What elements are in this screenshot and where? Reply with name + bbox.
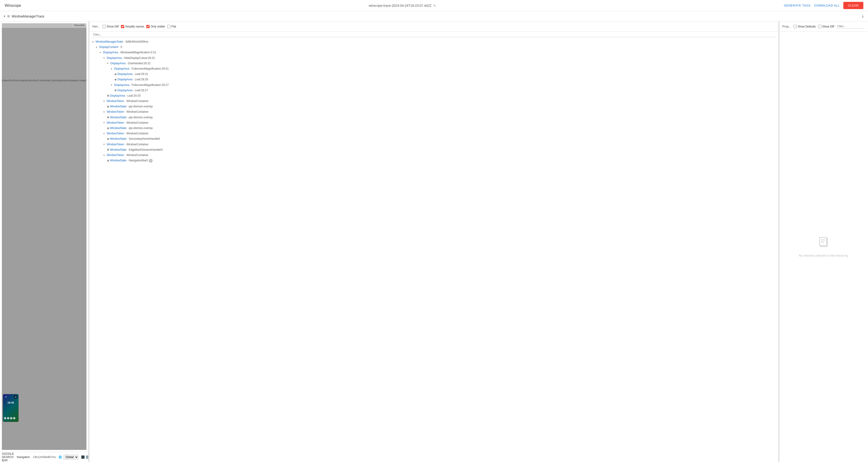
empty-state-text: No element selected in the hierarchy. <box>799 254 849 257</box>
tree-expand-icon[interactable]: ▾ <box>96 45 99 49</box>
tree-node-name: DisplayContent <box>99 45 118 50</box>
generate-tags-button[interactable]: GENERATE TAGS <box>784 4 811 7</box>
flat-input[interactable] <box>167 25 170 28</box>
tree-node-value: SecondaryHomeHandle0 <box>129 137 160 141</box>
clear-button[interactable]: CLEAR <box>843 2 863 9</box>
simplify-names-checkbox[interactable]: Simplify names <box>121 25 144 28</box>
tree-row[interactable]: WindowState - pip-dismiss-overlay <box>89 104 778 109</box>
bottom-bar-colors <box>81 456 89 459</box>
tree-expand-icon[interactable]: ▾ <box>92 40 95 44</box>
svg-rect-1 <box>819 237 827 246</box>
tree-row[interactable]: ▾DisplayArea - HideDisplayCutout:26:31 <box>89 56 778 61</box>
show-defaults-checkbox[interactable]: Show Defaults <box>794 25 815 28</box>
flat-checkbox[interactable]: Flat <box>167 25 176 28</box>
hierarchy-label: Hier... <box>92 25 100 28</box>
tree-node-name: WindowState <box>110 115 126 120</box>
tree-expand-icon[interactable]: ▾ <box>107 62 111 65</box>
section-collapse-icon[interactable]: ▾ <box>4 14 5 18</box>
statusbar-label: StatusBar <box>72 23 86 27</box>
tree-row[interactable]: ▾WindowToken - WindowContainer <box>89 131 778 136</box>
tree-expand-icon[interactable]: ▾ <box>103 154 107 157</box>
show-diff-checkbox-hier[interactable]: Show Diff <box>102 25 119 28</box>
properties-filter-input[interactable] <box>837 24 865 29</box>
element-label: GOOGLE SEARCH BAR <box>2 452 14 462</box>
tree-node-name: WindowToken <box>107 121 124 125</box>
time-value: 13h12m58s867ms <box>33 456 56 459</box>
tree-expand-icon[interactable]: ▾ <box>103 132 107 135</box>
tree-node-name: DisplayArea <box>107 56 122 60</box>
mini-icon-4 <box>13 417 16 419</box>
simplify-names-input[interactable] <box>121 25 124 28</box>
tree-row[interactable]: ▾WindowToken - WindowContainer <box>89 99 778 104</box>
bottom-bar: GOOGLE SEARCH BAR Navigation 13h12m58s86… <box>0 452 88 462</box>
section-download-icon[interactable]: ⤓ <box>861 14 864 19</box>
flat-label: Flat <box>172 25 176 28</box>
nav-label: Navigation <box>17 456 30 459</box>
tree-expand-icon[interactable]: ▾ <box>103 121 107 125</box>
tree-row[interactable]: ▾WindowToken - WindowContainer <box>89 120 778 126</box>
tree-row[interactable]: ▾WindowToken - WindowContainer <box>89 109 778 114</box>
tree-separator: - <box>130 67 131 71</box>
tree-row[interactable]: WindowState - EdgeBackGestureHandler0 <box>89 147 778 153</box>
tree-node-value: Leaf:28:28 <box>135 77 148 82</box>
mini-close-icon[interactable]: ✕ <box>14 395 18 399</box>
tree-separator: - <box>123 56 123 60</box>
tree-node-name: WindowState <box>110 126 126 130</box>
tree-expand-icon[interactable]: ▾ <box>103 110 107 114</box>
tree-row[interactable]: WindowState - pip-dismiss-overlay <box>89 115 778 120</box>
tree-row[interactable]: DisplayArea - Leaf:28:28 <box>89 77 778 82</box>
global-select[interactable]: Global Local <box>63 455 79 460</box>
tree-node-value: WindowContainer <box>126 121 149 125</box>
tree-expand-icon[interactable]: ▾ <box>111 83 114 87</box>
tree-node-name: DisplayArea <box>110 94 125 98</box>
tree-row[interactable]: WindowState - pip-dismiss-overlay <box>89 126 778 131</box>
tree-row[interactable]: ▾DisplayArea - FullscreenMagnification:2… <box>89 66 778 71</box>
tree-node-name: DisplayArea <box>114 83 129 87</box>
tree-row[interactable]: ▾WindowToken - WindowContainer <box>89 153 778 158</box>
tree-row[interactable]: ▾DisplayArea - OneHanded:26:31 <box>89 61 778 66</box>
show-diff-checkbox-prop[interactable]: Show Diff <box>818 25 834 28</box>
tree-row[interactable]: WindowState - SecondaryHomeHandle0 <box>89 136 778 141</box>
only-visible-checkbox[interactable]: Only visible <box>146 25 165 28</box>
tree-separator: - <box>125 99 126 103</box>
tree-row[interactable]: ▾WindowManagerState - 3d9h40m0s659ms <box>89 39 778 44</box>
topbar-left: Winscope <box>5 3 21 8</box>
edit-filename-icon[interactable]: ✎ <box>433 4 436 7</box>
tree-leaf-dot <box>107 149 109 151</box>
tree-expand-icon[interactable]: ▾ <box>100 51 103 55</box>
mini-screen: ⠿ ✕ 18:45 <box>3 394 19 422</box>
color-swatch-dark <box>81 456 85 459</box>
tree-node-value: Leaf:29:31 <box>135 72 148 76</box>
tree-row[interactable]: DisplayArea - Leaf:29:31 <box>89 71 778 77</box>
download-all-button[interactable]: DOWNLOAD ALL <box>814 4 840 7</box>
tree-row[interactable]: ▾WindowToken - WindowContainer <box>89 142 778 147</box>
tree-row[interactable]: ▾DisplayContent - 0 <box>89 44 778 50</box>
main-container: ▾ ⊞ WindowManagerTrace ⤓ StatusBar roid.… <box>0 11 868 462</box>
tree-separator: - <box>127 147 128 152</box>
tree-row[interactable]: DisplayArea - Leaf:26:27 <box>89 88 778 93</box>
tree-node-value: NavigationBar0 <box>129 158 148 163</box>
show-diff-input-prop[interactable] <box>818 25 822 28</box>
only-visible-input[interactable] <box>146 25 150 28</box>
section-header: ▾ ⊞ WindowManagerTrace ⤓ <box>0 11 868 22</box>
show-diff-input-hier[interactable] <box>102 25 106 28</box>
tree-row[interactable]: ▾DisplayArea - FullscreenMagnification:2… <box>89 82 778 88</box>
tree-expand-icon[interactable]: ▾ <box>111 67 114 71</box>
tree-row[interactable]: ▾DisplayArea - WindowedMagnification:0:3… <box>89 50 778 55</box>
tree-expand-icon[interactable]: ▾ <box>103 99 107 103</box>
mini-icon-1 <box>4 417 6 419</box>
bottom-bar-element: GOOGLE SEARCH BAR <box>2 452 14 462</box>
hierarchy-filter-input[interactable] <box>92 33 776 37</box>
tree-expand-icon[interactable]: ▾ <box>103 56 107 60</box>
hierarchy-tree: ▾WindowManagerState - 3d9h40m0s659ms▾Dis… <box>89 38 778 462</box>
empty-state-icon <box>818 236 830 251</box>
tree-row[interactable]: DisplayArea - Leaf:24:25 <box>89 93 778 99</box>
bottom-bar-global: 🌐 Global Local <box>59 455 79 460</box>
tree-row[interactable]: WindowState - NavigationBar0V <box>89 158 778 163</box>
tree-expand-icon[interactable]: ▾ <box>103 142 107 146</box>
show-defaults-input[interactable] <box>794 25 797 28</box>
preview-panel: StatusBar roid.launcher3/com.android.lau… <box>0 22 89 462</box>
mini-icon-2 <box>7 417 9 419</box>
tree-node-value: WindowedMagnification:0:31 <box>120 50 156 55</box>
mini-grid-icon[interactable]: ⠿ <box>4 395 8 399</box>
